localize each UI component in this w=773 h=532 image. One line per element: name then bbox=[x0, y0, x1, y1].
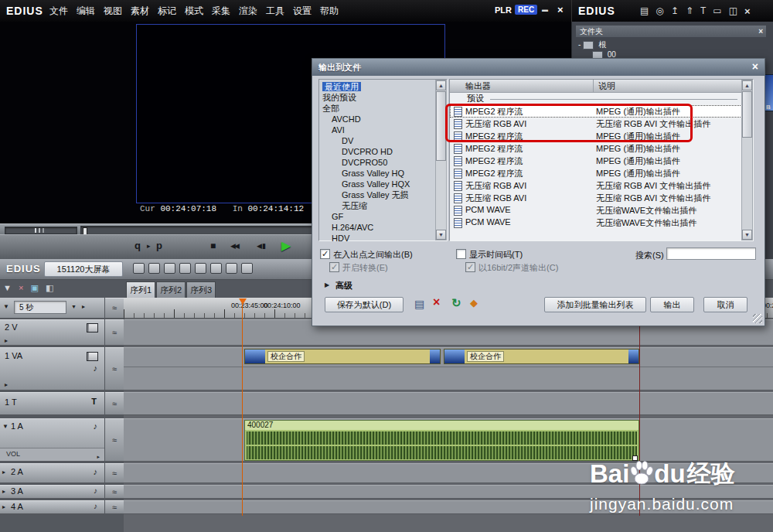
sequence-tab-1[interactable]: 序列1 bbox=[126, 281, 155, 298]
audio-part-icon[interactable]: ♪ bbox=[94, 502, 97, 510]
track-header-1a[interactable]: ▼ 1 A ♪ VOL ▸ bbox=[0, 418, 104, 462]
track-1t-band[interactable] bbox=[124, 392, 773, 415]
track-header-1t[interactable]: 1 T T bbox=[0, 392, 104, 415]
scale-dropdown[interactable]: 5 秒 bbox=[14, 301, 66, 314]
category-gv-hqx[interactable]: Grass Valley HQX bbox=[319, 179, 447, 189]
table-scrollbar[interactable]: ▲ ▼ bbox=[741, 80, 753, 240]
exporter-row[interactable]: 无压缩 RGB AVI无压缩 RGB AVI 文件输出插件 bbox=[450, 179, 742, 192]
export-icon[interactable]: ⇑ bbox=[686, 5, 693, 16]
scale-expand-icon[interactable]: ▸ bbox=[82, 303, 85, 310]
menu-item-help[interactable]: 帮助 bbox=[320, 5, 339, 18]
scroll-up-icon[interactable]: ▲ bbox=[742, 80, 752, 90]
audio-part-icon[interactable]: ♪ bbox=[94, 421, 98, 431]
cancel-button[interactable]: 取消 bbox=[703, 297, 747, 312]
category-hdv[interactable]: HDV bbox=[319, 233, 447, 244]
show-timecode-label[interactable]: 显示时间码(T) bbox=[469, 249, 523, 261]
audio-part-icon[interactable]: ♪ bbox=[94, 467, 98, 476]
menu-item-view[interactable]: 视图 bbox=[104, 5, 122, 18]
category-avchd[interactable]: AVCHD bbox=[319, 114, 447, 124]
category-all[interactable]: 全部 bbox=[319, 103, 447, 114]
play-around-in-icon[interactable]: q bbox=[135, 240, 141, 251]
minimize-button[interactable]: ▬ bbox=[542, 6, 548, 13]
root-folder-label[interactable]: 根 bbox=[598, 40, 606, 49]
track-header-1va[interactable]: 1 VA ♪ ▸ bbox=[0, 347, 104, 390]
tool-mode-icon[interactable] bbox=[133, 263, 145, 274]
search-input[interactable] bbox=[666, 247, 756, 260]
category-avi[interactable]: AVI bbox=[319, 124, 447, 135]
shuttle-slider[interactable] bbox=[5, 227, 77, 234]
tool-trim-icon[interactable] bbox=[148, 263, 160, 274]
resize-grip[interactable] bbox=[753, 314, 762, 323]
save-preset-icon[interactable]: ▤ bbox=[414, 298, 424, 310]
tool-delete-icon[interactable] bbox=[241, 263, 253, 274]
delete-preset-icon[interactable]: × bbox=[433, 295, 440, 309]
track-header-4a[interactable]: ▸ 4 A ♪ bbox=[0, 500, 104, 514]
ripple-mode-icon[interactable]: × bbox=[19, 283, 23, 292]
track-patch-icon[interactable]: ▼ bbox=[3, 283, 12, 292]
refresh-icon[interactable]: ↻ bbox=[451, 296, 461, 310]
menu-item-tools[interactable]: 工具 bbox=[266, 5, 284, 18]
new-folder-icon[interactable]: ▤ bbox=[640, 5, 649, 16]
category-my-presets[interactable]: 我的预设 bbox=[319, 92, 447, 103]
between-inout-checkbox[interactable]: ✓ bbox=[320, 249, 330, 259]
category-h264[interactable]: H.264/AVC bbox=[319, 222, 447, 233]
audio-part-icon[interactable]: ♪ bbox=[94, 363, 98, 373]
playhead-line[interactable] bbox=[242, 304, 243, 516]
dialog-titlebar[interactable]: 输出到文件 × bbox=[312, 59, 764, 76]
exporter-row[interactable]: MPEG2 程序流MPEG (通用)输出插件 bbox=[450, 167, 742, 179]
tool-render-icon[interactable] bbox=[164, 263, 175, 274]
video-part-icon[interactable] bbox=[87, 352, 98, 361]
menu-item-capture[interactable]: 采集 bbox=[212, 5, 230, 18]
category-gv-hq[interactable]: Grass Valley HQ bbox=[319, 168, 447, 179]
exporter-row[interactable]: 无压缩 RGB AVI无压缩 RGB AVI 文件输出插件 bbox=[450, 192, 742, 204]
scale-collapse-icon[interactable]: ▼ bbox=[3, 303, 9, 310]
save-default-button[interactable]: 保存为默认(D) bbox=[325, 297, 404, 312]
enable-convert-checkbox[interactable]: ✓ bbox=[329, 262, 339, 272]
split-view-icon[interactable]: ◫ bbox=[729, 5, 737, 16]
bin-tree-root[interactable]: - 根 bbox=[578, 39, 606, 50]
scroll-up-icon[interactable]: ▲ bbox=[436, 80, 446, 90]
tool-cut-icon[interactable] bbox=[195, 263, 206, 274]
menu-item-clip[interactable]: 素材 bbox=[131, 5, 149, 18]
category-uncompressed[interactable]: 无压缩 bbox=[319, 200, 447, 211]
track-expand-icon[interactable]: ▸ bbox=[2, 488, 5, 495]
exporter-row[interactable]: MPEG2 程序流MPEG (通用)输出插件 bbox=[450, 155, 742, 167]
video-clip-1[interactable]: 校企合作 bbox=[244, 349, 441, 364]
insert-mode-icon[interactable]: ▣ bbox=[30, 283, 38, 292]
track-3a-sub[interactable]: ≈ bbox=[105, 485, 124, 499]
folder-panel-close-icon[interactable]: × bbox=[758, 26, 763, 37]
output-button[interactable]: 输出 bbox=[650, 297, 694, 312]
track-1va-sub[interactable]: ≈ bbox=[105, 347, 124, 390]
cursor-mark-icon[interactable]: ▸ bbox=[147, 242, 151, 250]
track-4a-sub[interactable]: ≈ bbox=[105, 500, 124, 514]
track-2a-sub[interactable]: ≈ bbox=[105, 463, 124, 483]
step-back-button[interactable]: ◀▮ bbox=[257, 242, 266, 250]
audio-16bit-checkbox[interactable]: ✓ bbox=[465, 262, 475, 272]
timescale-sub-cell[interactable]: ≈ bbox=[105, 298, 124, 319]
show-timecode-checkbox[interactable] bbox=[456, 249, 466, 259]
menu-item-settings[interactable]: 设置 bbox=[293, 5, 312, 18]
track-expand-icon[interactable]: ▸ bbox=[2, 469, 5, 476]
scroll-down-icon[interactable]: ▼ bbox=[742, 230, 752, 240]
tool-copy-icon[interactable] bbox=[210, 263, 222, 274]
monitor-icon[interactable]: ▭ bbox=[713, 5, 721, 16]
playhead-marker-icon[interactable] bbox=[239, 298, 247, 305]
track-expand-icon[interactable]: ▸ bbox=[2, 503, 5, 510]
menu-item-marker[interactable]: 标记 bbox=[158, 5, 176, 18]
track-header-2v[interactable]: 2 V ▸ bbox=[0, 319, 104, 346]
play-button[interactable]: ▶ bbox=[281, 238, 291, 253]
plr-mode-label[interactable]: PLR bbox=[495, 5, 512, 15]
vol-expand-icon[interactable]: ▸ bbox=[97, 451, 100, 462]
track-1t-sub[interactable]: ≈ bbox=[105, 392, 124, 415]
sequence-tab-2[interactable]: 序列2 bbox=[156, 281, 186, 298]
category-dv[interactable]: DV bbox=[319, 135, 447, 146]
menu-item-mode[interactable]: 模式 bbox=[185, 5, 203, 18]
category-dvcpro50[interactable]: DVCPRO50 bbox=[319, 157, 447, 168]
track-header-3a[interactable]: ▸ 3 A ♪ bbox=[0, 485, 104, 499]
video-part-icon[interactable] bbox=[87, 323, 98, 332]
folder-panel-header[interactable]: 文件夹 × bbox=[576, 26, 766, 37]
category-dvcpro-hd[interactable]: DVCPRO HD bbox=[319, 146, 447, 157]
category-gf[interactable]: GF bbox=[319, 211, 447, 222]
track-expand-icon[interactable]: ▸ bbox=[5, 337, 8, 344]
project-tab[interactable]: 151120大屏幕 bbox=[44, 261, 123, 277]
